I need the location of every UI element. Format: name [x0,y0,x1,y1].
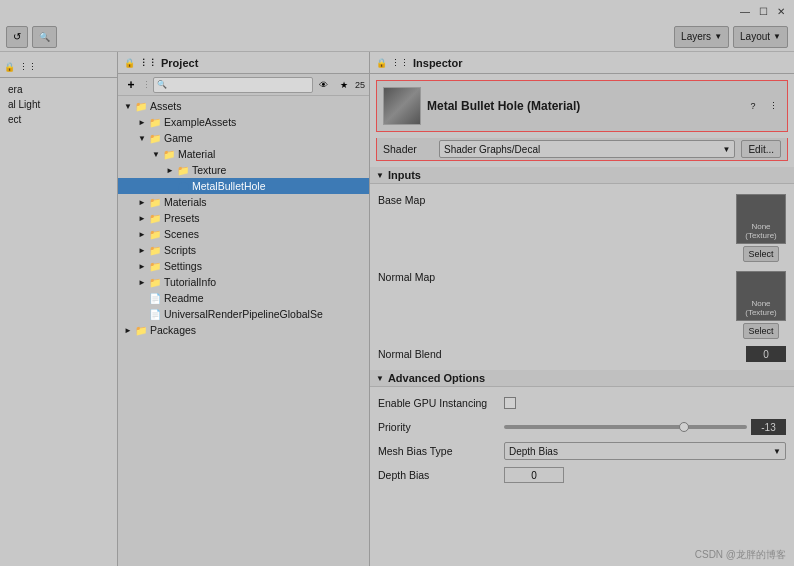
folder-icon: 📁 [148,195,162,209]
priority-label: Priority [378,421,498,433]
layout-arrow-icon: ▼ [773,32,781,41]
dropdown-arrow-icon: ▼ [773,447,781,456]
count-label: 25 [355,80,365,90]
question-icon[interactable]: ? [745,98,761,114]
tree-item[interactable]: ▼📁Assets [118,98,369,114]
undo-button[interactable]: ↺ [6,26,28,48]
folder-icon: 📁 [148,227,162,241]
tree-item[interactable]: ⬤MetalBulletHole [118,178,369,194]
inputs-section-header[interactable]: ▼ Inputs [370,167,794,184]
normal-map-label: Normal Map [378,271,498,283]
star-button[interactable]: ★ [335,76,353,94]
base-map-select-button[interactable]: Select [743,246,778,262]
tree-expand-arrow-icon[interactable]: ► [136,278,148,287]
left-panel-item[interactable]: ect [0,112,117,127]
material-actions: ? ⋮ [745,98,781,114]
layers-dropdown[interactable]: Layers ▼ [674,26,729,48]
base-map-row: Base Map None(Texture) Select [370,188,794,265]
kebab-menu-icon[interactable]: ⋮ [765,98,781,114]
priority-row: Priority [370,415,794,439]
shader-dropdown[interactable]: Shader Graphs/Decal ▼ [439,140,735,158]
advanced-section-header[interactable]: ▼ Advanced Options [370,370,794,387]
tree-expand-arrow-icon[interactable]: ► [136,118,148,127]
tree-item[interactable]: ►📁Scenes [118,226,369,242]
folder-icon: 📁 [148,131,162,145]
tree-item[interactable]: ►📁Packages [118,322,369,338]
folder-icon: 📁 [148,115,162,129]
tree-expand-arrow-icon[interactable]: ► [136,198,148,207]
tree-expand-arrow-icon[interactable]: ► [136,230,148,239]
gpu-instancing-checkbox[interactable] [504,397,516,409]
edit-button[interactable]: Edit... [741,140,781,158]
search-icon: 🔍 [157,80,167,89]
folder-icon: 📁 [134,323,148,337]
add-button[interactable]: + [122,76,140,94]
shader-row: Shader Shader Graphs/Decal ▼ Edit... [376,138,788,161]
project-toolbar: + ⋮ 🔍 👁 ★ 25 [118,74,369,96]
panel-drag-icon: ⋮⋮ [19,62,37,72]
base-map-texture[interactable]: None(Texture) [736,194,786,244]
layout-dropdown[interactable]: Layout ▼ [733,26,788,48]
mesh-bias-row: Mesh Bias Type Depth Bias ▼ [370,439,794,463]
tree-item[interactable]: ►📁Materials [118,194,369,210]
material-header: Metal Bullet Hole (Material) ? ⋮ [376,80,788,132]
tree-item[interactable]: ▼📁Game [118,130,369,146]
tree-item[interactable]: ►📁Scripts [118,242,369,258]
gpu-instancing-row: Enable GPU Instancing [370,391,794,415]
tree-item[interactable]: ►📁TutorialInfo [118,274,369,290]
mesh-bias-label: Mesh Bias Type [378,445,498,457]
shader-value: Shader Graphs/Decal [444,144,540,155]
tree-item-label: TutorialInfo [164,276,216,288]
search-button[interactable]: 🔍 [32,26,57,48]
toolbar-separator: ⋮ [142,80,151,90]
tree-item-label: ExampleAssets [164,116,236,128]
maximize-button[interactable]: ☐ [754,2,772,20]
search-input[interactable]: 🔍 [153,77,313,93]
depth-bias-label: Depth Bias [378,469,498,481]
material-thumbnail [383,87,421,125]
normal-blend-value[interactable] [746,346,786,362]
none-texture-label: None(Texture) [745,222,777,241]
close-button[interactable]: ✕ [772,2,790,20]
tree-expand-arrow-icon[interactable]: ► [136,262,148,271]
none-texture-label: None(Texture) [745,299,777,318]
tree-item[interactable]: ▼📁Material [118,146,369,162]
depth-bias-value[interactable] [504,467,564,483]
folder-icon: 📁 [148,259,162,273]
left-panel-item[interactable]: era [0,82,117,97]
tree-expand-arrow-icon[interactable]: ▼ [150,150,162,159]
priority-value[interactable] [751,419,786,435]
tree-item[interactable]: 📄UniversalRenderPipelineGlobalSe [118,306,369,322]
mesh-bias-dropdown[interactable]: Depth Bias ▼ [504,442,786,460]
tree-expand-arrow-icon[interactable]: ► [164,166,176,175]
tree-item[interactable]: ►📁Presets [118,210,369,226]
tree-item[interactable]: ►📁Settings [118,258,369,274]
tree-item-label: Readme [164,292,204,304]
normal-map-select-button[interactable]: Select [743,323,778,339]
eye-button[interactable]: 👁 [315,76,333,94]
minimize-button[interactable]: — [736,2,754,20]
inspector-drag-icon: ⋮⋮ [391,58,409,68]
normal-map-texture[interactable]: None(Texture) [736,271,786,321]
tree-item[interactable]: ►📁ExampleAssets [118,114,369,130]
tree-item-label: Presets [164,212,200,224]
priority-slider[interactable] [504,425,747,429]
left-panel-item[interactable]: al Light [0,97,117,112]
tree-item-label: Scripts [164,244,196,256]
normal-blend-row: Normal Blend [370,342,794,366]
tree-expand-arrow-icon[interactable]: ▼ [136,134,148,143]
tree-expand-arrow-icon[interactable]: ► [136,246,148,255]
folder-icon: 📁 [162,147,176,161]
layers-arrow-icon: ▼ [714,32,722,41]
tree-item-label: Materials [164,196,207,208]
tree-expand-arrow-icon[interactable]: ▼ [122,102,134,111]
main-content: 🔒 ⋮⋮ era al Light ect 🔒 ⋮⋮ Project + ⋮ 🔍… [0,52,794,566]
file-icon: 📄 [148,291,162,305]
material-name: Metal Bullet Hole (Material) [427,99,739,113]
priority-thumb[interactable] [679,422,689,432]
tree-item[interactable]: ►📁Texture [118,162,369,178]
tree-item[interactable]: 📄Readme [118,290,369,306]
inspector-pin-icon[interactable]: 🔒 [376,58,387,68]
tree-expand-arrow-icon[interactable]: ► [122,326,134,335]
tree-expand-arrow-icon[interactable]: ► [136,214,148,223]
